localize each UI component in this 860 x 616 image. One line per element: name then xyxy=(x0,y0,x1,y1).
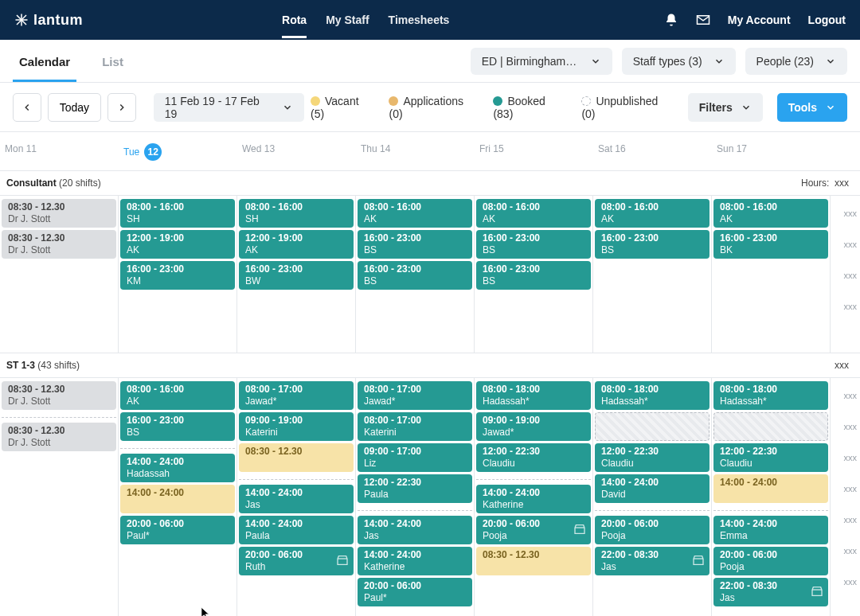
shift[interactable]: 08:30 - 12.30 xyxy=(476,547,591,575)
next-week-button[interactable] xyxy=(108,93,136,122)
shift[interactable]: 14:00 - 24:00Jas xyxy=(358,516,472,544)
shift[interactable]: 16:00 - 23:00BS xyxy=(595,230,710,259)
my-account-link[interactable]: My Account xyxy=(728,14,791,26)
col-fri[interactable]: 08:00 - 18:00Hadassah*09:00 - 19:00Jawad… xyxy=(475,378,593,616)
col-sat[interactable]: 08:00 - 16:00AK16:00 - 23:00BS xyxy=(593,196,712,353)
mail-icon[interactable] xyxy=(696,13,710,27)
day-mon[interactable]: Mon 11 xyxy=(0,132,119,170)
shift[interactable]: 08:30 - 12.30 xyxy=(239,443,354,472)
shift[interactable]: 08:00 - 16:00AK xyxy=(713,199,828,228)
shift[interactable]: 16:00 - 23:00BW xyxy=(239,261,354,290)
shift[interactable]: 20:00 - 06:00Paul* xyxy=(358,578,472,606)
shift[interactable]: 14:00 - 24:00Katherine xyxy=(476,485,591,513)
day-fri[interactable]: Fri 15 xyxy=(475,132,593,170)
tab-calendar[interactable]: Calendar xyxy=(13,41,76,82)
tab-list[interactable]: List xyxy=(96,41,130,82)
shift[interactable]: 09:00 - 19:00Katerini xyxy=(239,412,354,441)
shift[interactable]: 16:00 - 23:00BS xyxy=(476,230,591,259)
shift[interactable]: 14:00 - 24:00 xyxy=(713,474,828,503)
shift[interactable]: 08:00 - 18:00Hadassah* xyxy=(595,381,710,410)
col-sun[interactable]: 08:00 - 16:00AK16:00 - 23:00BK xyxy=(712,196,831,353)
shift[interactable]: 12:00 - 19:00AK xyxy=(120,230,235,259)
shift[interactable]: 12:00 - 19:00AK xyxy=(239,230,354,259)
day-sun[interactable]: Sun 17 xyxy=(712,132,831,170)
tools-button[interactable]: Tools xyxy=(777,93,847,122)
nav-mystaff[interactable]: My Staff xyxy=(326,2,369,38)
shift[interactable]: 16:00 - 23:00BS xyxy=(476,261,591,290)
shift[interactable]: 08:00 - 16:00SH xyxy=(239,199,354,228)
shift[interactable]: 14:00 - 24:00Paula xyxy=(239,516,354,544)
col-mon[interactable]: 08:30 - 12.30Dr J. Stott08:30 - 12.30Dr … xyxy=(0,196,119,353)
col-tue[interactable]: 08:00 - 16:00SH12:00 - 19:00AK16:00 - 23… xyxy=(119,196,237,353)
shift[interactable]: 08:00 - 18:00Hadassah* xyxy=(713,381,828,410)
shift[interactable]: 12:00 - 22:30Paula xyxy=(358,474,472,503)
shift[interactable]: 08:00 - 16:00AK xyxy=(120,381,235,410)
col-wed[interactable]: 08:00 - 17:00Jawad*09:00 - 19:00Katerini… xyxy=(237,378,356,616)
shift[interactable]: 08:00 - 16:00AK xyxy=(476,199,591,228)
brand-logo[interactable]: lantum xyxy=(14,12,83,29)
shift[interactable] xyxy=(595,412,710,441)
shift[interactable]: 16:00 - 23:00KM xyxy=(120,261,235,290)
col-sun[interactable]: 08:00 - 18:00Hadassah*12:00 - 22:30Claud… xyxy=(712,378,831,616)
shift[interactable]: 20:00 - 06:00Pooja xyxy=(713,547,828,575)
shift[interactable]: 08:30 - 12.30Dr J. Stott xyxy=(2,381,116,410)
col-thu[interactable]: 08:00 - 17:00Jawad*08:00 - 17:00Katerini… xyxy=(356,378,475,616)
shift[interactable]: 08:30 - 12.30Dr J. Stott xyxy=(2,230,116,259)
shift[interactable]: 20:00 - 06:00Ruth xyxy=(239,547,354,575)
date-range-select[interactable]: 11 Feb 19 - 17 Feb 19 xyxy=(154,93,304,122)
shift[interactable]: 14:00 - 24:00David xyxy=(595,474,710,503)
shift[interactable]: 08:30 - 12.30Dr J. Stott xyxy=(2,199,116,228)
nav-timesheets[interactable]: Timesheets xyxy=(389,2,450,38)
shift[interactable]: 08:00 - 16:00AK xyxy=(358,199,472,228)
shift[interactable]: 08:00 - 17:00Jawad* xyxy=(358,381,472,410)
filters-button[interactable]: Filters xyxy=(688,93,763,122)
bell-icon[interactable] xyxy=(664,13,678,27)
col-tue[interactable]: 08:00 - 16:00AK16:00 - 23:00BS14:00 - 24… xyxy=(119,378,237,616)
shift[interactable]: 14:00 - 24:00Jas xyxy=(239,485,354,513)
col-sat[interactable]: 08:00 - 18:00Hadassah*12:00 - 22:30Claud… xyxy=(593,378,712,616)
shift[interactable]: 08:00 - 16:00SH xyxy=(120,199,235,228)
logout-link[interactable]: Logout xyxy=(808,14,846,26)
shift[interactable]: 08:00 - 17:00Katerini xyxy=(358,412,472,441)
shift-time: 08:30 - 12.30 xyxy=(483,549,584,561)
shift[interactable]: 12:00 - 22:30Claudiu xyxy=(713,443,828,472)
shift[interactable]: 12:00 - 22:30Claudiu xyxy=(595,443,710,472)
shift[interactable]: 09:00 - 17:00Liz xyxy=(358,443,472,472)
shift[interactable]: 22:00 - 08:30Jas xyxy=(595,547,710,575)
day-wed[interactable]: Wed 13 xyxy=(237,132,356,170)
shift[interactable]: 22:00 - 08:30Jas xyxy=(713,578,828,606)
today-button[interactable]: Today xyxy=(48,93,101,122)
shift[interactable] xyxy=(713,412,828,441)
day-thu[interactable]: Thu 14 xyxy=(356,132,475,170)
shift[interactable]: 16:00 - 23:00BS xyxy=(358,261,472,290)
shift[interactable]: 16:00 - 23:00BK xyxy=(713,230,828,259)
shift[interactable]: 16:00 - 23:00BS xyxy=(120,412,235,441)
shift[interactable]: 08:00 - 17:00Jawad* xyxy=(239,381,354,410)
col-fri[interactable]: 08:00 - 16:00AK16:00 - 23:00BS16:00 - 23… xyxy=(475,196,593,353)
shift[interactable]: 20:00 - 06:00Paul* xyxy=(120,516,235,544)
staff-types-filter[interactable]: Staff types (3) xyxy=(622,48,736,75)
shift[interactable]: 14:00 - 24:00 xyxy=(120,485,235,513)
shift[interactable]: 20:00 - 06:00Pooja xyxy=(476,516,591,544)
shift[interactable]: 12:00 - 22:30Claudiu xyxy=(476,443,591,472)
col-mon[interactable]: 08:30 - 12.30Dr J. Stott08:30 - 12.30Dr … xyxy=(0,378,119,616)
shift[interactable]: 14:00 - 24:00Katherine xyxy=(358,547,472,575)
shift[interactable]: 16:00 - 23:00BS xyxy=(358,230,472,259)
col-thu[interactable]: 08:00 - 16:00AK16:00 - 23:00BS16:00 - 23… xyxy=(356,196,475,353)
location-filter[interactable]: ED | Birmingham C... xyxy=(471,48,612,75)
shift-person: Pooja xyxy=(483,530,584,542)
shift[interactable]: 09:00 - 19:00Jawad* xyxy=(476,412,591,441)
shift[interactable]: 20:00 - 06:00Pooja xyxy=(595,516,710,544)
people-filter[interactable]: People (23) xyxy=(745,48,847,75)
day-sat[interactable]: Sat 16 xyxy=(593,132,712,170)
day-tue[interactable]: Tue12 xyxy=(119,132,237,170)
shift[interactable]: 08:00 - 18:00Hadassah* xyxy=(476,381,591,410)
shift[interactable]: 14:00 - 24:00Hadassah xyxy=(120,454,235,482)
shift[interactable]: 08:30 - 12.30Dr J. Stott xyxy=(2,423,116,451)
col-wed[interactable]: 08:00 - 16:00SH12:00 - 19:00AK16:00 - 23… xyxy=(237,196,356,353)
shift[interactable]: 08:00 - 16:00AK xyxy=(595,199,710,228)
shift[interactable]: 14:00 - 24:00Emma xyxy=(713,516,828,544)
prev-week-button[interactable] xyxy=(13,93,41,122)
nav-rota[interactable]: Rota xyxy=(282,2,307,38)
shift-person: Dr J. Stott xyxy=(8,437,110,449)
